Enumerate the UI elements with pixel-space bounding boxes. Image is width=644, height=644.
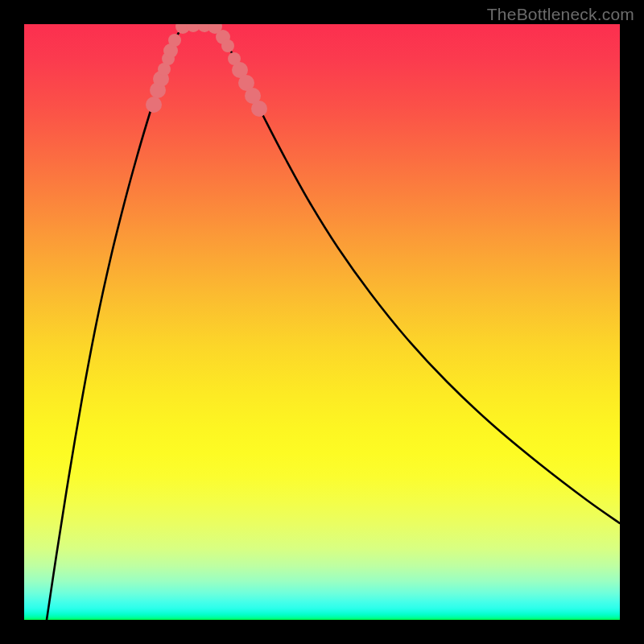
outer-frame: TheBottleneck.com <box>0 0 644 644</box>
marker-right-cluster <box>221 39 234 52</box>
curve-layer <box>24 24 620 620</box>
marker-right-cluster <box>251 101 267 117</box>
watermark-text: TheBottleneck.com <box>487 5 634 24</box>
marker-left-cluster <box>168 34 181 47</box>
bottleneck-curve <box>47 24 620 620</box>
marker-left-cluster <box>146 97 162 113</box>
marker-group <box>146 24 267 117</box>
plot-area <box>24 24 620 620</box>
